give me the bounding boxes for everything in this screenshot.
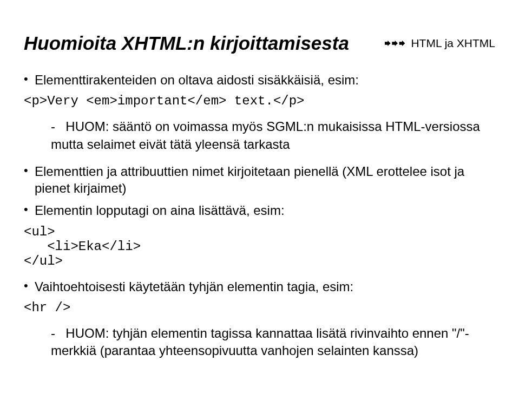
svg-marker-2 [399, 41, 405, 47]
bullet-1: Elementtirakenteiden on oltava aidosti s… [24, 71, 495, 88]
breadcrumb-text: HTML ja XHTML [411, 37, 495, 50]
breadcrumb-header: HTML ja XHTML [385, 37, 495, 50]
note-2-text: HUOM: tyhjän elementin tagissa kannattaa… [51, 326, 469, 358]
code2-line3: </ul> [24, 254, 63, 268]
arrow-icon [385, 40, 406, 47]
bullet-3: Elementin lopputagi on aina lisättävä, e… [24, 202, 495, 219]
note-1: - HUOM: sääntö on voimassa myös SGML:n m… [51, 118, 495, 153]
note-2: - HUOM: tyhjän elementin tagissa kannatt… [51, 325, 495, 360]
arrow-icons [385, 40, 406, 47]
code2-line1: <ul> [24, 225, 55, 239]
bullet-4: Vaihtoehtoisesti käytetään tyhjän elemen… [24, 278, 495, 295]
note-1-text: HUOM: sääntö on voimassa myös SGML:n muk… [51, 119, 480, 151]
code-example-2: <ul> <li>Eka</li> </ul> [24, 225, 495, 268]
bullet-2: Elementtien ja attribuuttien nimet kirjo… [24, 163, 495, 196]
svg-marker-1 [392, 41, 398, 47]
svg-marker-0 [385, 41, 391, 47]
code-example-3: <hr /> [24, 300, 495, 315]
code2-line2: <li>Eka</li> [24, 239, 141, 254]
code-example-1: <p>Very <em>important</em> text.</p> [24, 94, 495, 108]
